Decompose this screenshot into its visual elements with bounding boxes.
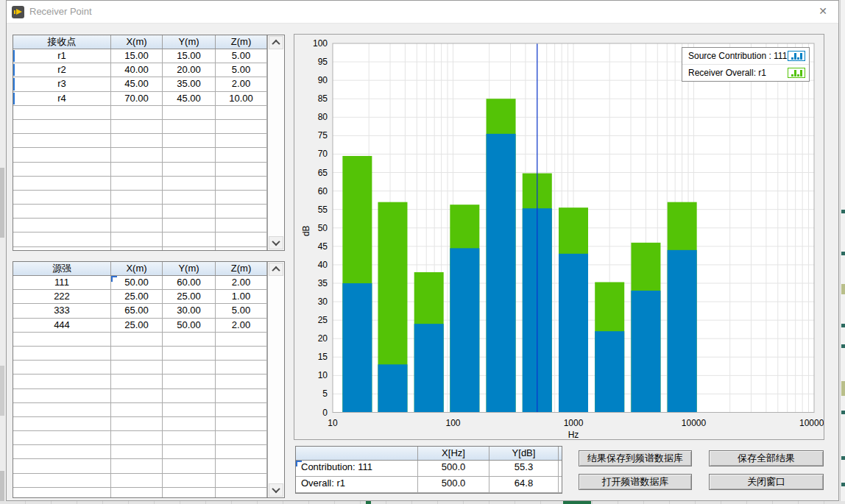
- table-cell[interactable]: [163, 431, 216, 444]
- table-cell[interactable]: [111, 191, 163, 204]
- table-cell[interactable]: [13, 445, 111, 458]
- source-table-scrollbar[interactable]: [267, 262, 284, 497]
- table-cell[interactable]: [216, 191, 267, 204]
- table-cell[interactable]: [13, 233, 111, 246]
- close-button[interactable]: ✕: [807, 1, 838, 22]
- table-cell[interactable]: r2: [13, 63, 111, 77]
- table-cell[interactable]: [216, 120, 267, 133]
- table-cell[interactable]: [13, 459, 111, 472]
- table-cell[interactable]: 50.00: [111, 276, 163, 289]
- table-cell[interactable]: [163, 474, 216, 487]
- table-cell[interactable]: 40.00: [111, 63, 163, 77]
- table-cell[interactable]: 2.00: [216, 319, 267, 332]
- table-cell[interactable]: 35.00: [163, 77, 216, 90]
- table-cell[interactable]: [216, 403, 267, 416]
- table-cell[interactable]: [111, 120, 163, 133]
- table-cell[interactable]: 111: [13, 276, 111, 289]
- table-row[interactable]: [13, 163, 268, 177]
- table-cell[interactable]: [216, 219, 267, 232]
- table-cell[interactable]: [163, 361, 216, 374]
- table-cell[interactable]: 70.00: [111, 92, 163, 105]
- table-cell[interactable]: 25.00: [111, 290, 163, 303]
- table-cell[interactable]: [163, 134, 216, 147]
- table-cell[interactable]: [216, 417, 267, 430]
- table-cell[interactable]: 55.3: [489, 461, 559, 476]
- receiver-table[interactable]: 接收点X(m)Y(m)Z(m)r115.0015.005.00r240.0020…: [13, 35, 285, 251]
- table-row[interactable]: [13, 191, 268, 205]
- table-row[interactable]: 11150.0060.002.00: [13, 276, 268, 290]
- table-cell[interactable]: 15.00: [111, 49, 163, 63]
- table-cell[interactable]: [13, 488, 111, 497]
- table-cell[interactable]: [216, 459, 267, 472]
- close-window-button[interactable]: 关闭窗口: [709, 474, 824, 490]
- table-cell[interactable]: [163, 148, 216, 161]
- table-cell[interactable]: [216, 205, 267, 218]
- table-row[interactable]: r345.0035.002.00: [13, 77, 268, 91]
- table-cell[interactable]: [111, 205, 163, 218]
- save-all-results-button[interactable]: 保存全部结果: [709, 450, 824, 466]
- table-cell[interactable]: [13, 120, 111, 133]
- table-cell[interactable]: [163, 163, 216, 176]
- table-cell[interactable]: Overall: r1: [296, 477, 418, 492]
- table-cell[interactable]: [163, 106, 216, 119]
- table-cell[interactable]: [163, 389, 216, 402]
- table-cell[interactable]: [216, 488, 267, 497]
- table-cell[interactable]: 20.00: [163, 63, 216, 77]
- table-cell[interactable]: [13, 375, 111, 388]
- table-cell[interactable]: [13, 417, 111, 430]
- table-cell[interactable]: [216, 347, 267, 360]
- table-cell[interactable]: 50.00: [163, 319, 216, 332]
- table-cell[interactable]: [163, 375, 216, 388]
- table-row[interactable]: [13, 431, 268, 445]
- table-cell[interactable]: [13, 219, 111, 232]
- table-cell[interactable]: [163, 459, 216, 472]
- table-cell[interactable]: [13, 191, 111, 204]
- table-cell[interactable]: [13, 361, 111, 374]
- table-row[interactable]: [13, 177, 268, 191]
- table-cell[interactable]: 500.0: [418, 461, 489, 476]
- table-cell[interactable]: [163, 247, 216, 250]
- table-row[interactable]: [13, 233, 268, 246]
- table-cell[interactable]: 5.00: [216, 63, 267, 77]
- table-cell[interactable]: [13, 106, 111, 119]
- table-cell[interactable]: [111, 375, 163, 388]
- table-row[interactable]: [13, 347, 268, 361]
- table-cell[interactable]: [13, 205, 111, 218]
- table-cell[interactable]: [216, 361, 267, 374]
- table-row[interactable]: r470.0045.0010.00: [13, 92, 268, 106]
- table-cell[interactable]: [111, 148, 163, 161]
- table-cell[interactable]: [111, 347, 163, 360]
- table-cell[interactable]: [216, 375, 267, 388]
- table-cell[interactable]: 60.00: [163, 276, 216, 289]
- table-cell[interactable]: [111, 417, 163, 430]
- table-cell[interactable]: 25.00: [163, 290, 216, 303]
- table-row[interactable]: [13, 219, 268, 233]
- spectrum-plot[interactable]: 0510152025303540455055606570758085909510…: [294, 35, 824, 439]
- table-row[interactable]: [13, 247, 268, 250]
- table-cell[interactable]: r1: [13, 49, 111, 63]
- table-row[interactable]: [13, 106, 268, 120]
- table-cell[interactable]: [216, 247, 267, 250]
- scroll-down-button[interactable]: [269, 483, 283, 497]
- open-spectrum-db-button[interactable]: 打开频谱数据库: [579, 474, 692, 490]
- table-cell[interactable]: [216, 333, 267, 346]
- table-row[interactable]: [13, 333, 268, 347]
- table-cell[interactable]: r4: [13, 92, 111, 105]
- table-cell[interactable]: [111, 177, 163, 190]
- table-cell[interactable]: 444: [13, 319, 111, 332]
- cursor-info-table[interactable]: X[Hz]Y[dB]Contribution: 111500.055.3Over…: [295, 446, 562, 494]
- table-cell[interactable]: [13, 403, 111, 416]
- table-cell[interactable]: r3: [13, 77, 111, 90]
- table-cell[interactable]: 500.0: [418, 477, 489, 492]
- table-cell[interactable]: [13, 389, 111, 402]
- table-cell[interactable]: [111, 106, 163, 119]
- table-cell[interactable]: [163, 488, 216, 497]
- table-cell[interactable]: 1.00: [216, 290, 267, 303]
- table-row[interactable]: [13, 445, 268, 459]
- table-row[interactable]: [13, 389, 268, 403]
- table-cell[interactable]: 64.8: [489, 477, 559, 492]
- table-cell[interactable]: [163, 233, 216, 246]
- table-row[interactable]: 33365.0030.005.00: [13, 304, 268, 318]
- table-cell[interactable]: [13, 431, 111, 444]
- table-row[interactable]: 22225.0025.001.00: [13, 290, 268, 304]
